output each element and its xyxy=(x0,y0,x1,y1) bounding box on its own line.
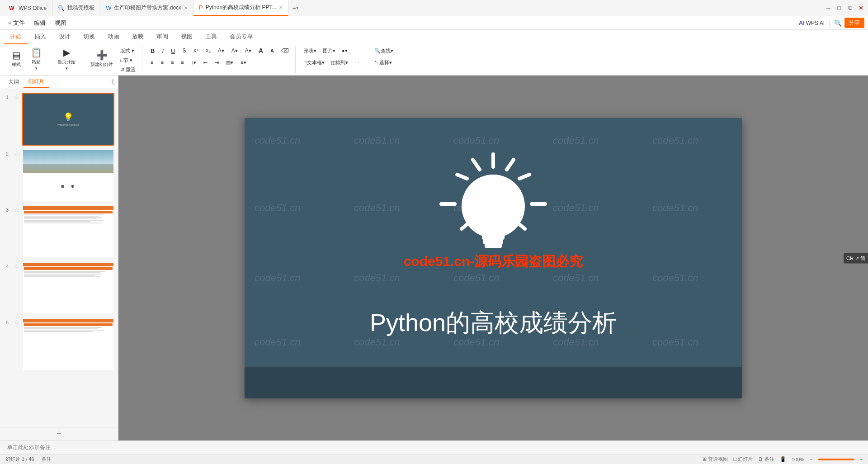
font-size-decrease[interactable]: A xyxy=(268,46,277,55)
shape-button[interactable]: 形状▾ xyxy=(301,46,319,55)
panel-tab-slides[interactable]: 幻灯片 xyxy=(24,76,49,88)
slide-item-3[interactable]: 3 ☆ xyxy=(4,205,114,258)
share-button[interactable]: 分享 xyxy=(844,18,864,28)
tab-dropdown-icon[interactable]: ▾ xyxy=(296,5,299,11)
menu-file[interactable]: ≡ 文件 xyxy=(4,17,29,29)
font-size-increase[interactable]: A xyxy=(256,46,266,55)
search-icon[interactable]: 🔍 xyxy=(831,19,844,28)
view-slide-icon[interactable]: □ 幻灯片 xyxy=(733,456,753,463)
font-color-button[interactable]: A▾ xyxy=(215,46,227,55)
align-center-button[interactable]: ≡ xyxy=(158,58,166,67)
slide-star-5[interactable]: ☆ xyxy=(14,318,19,326)
clear-format-button[interactable]: ⌫ xyxy=(278,46,292,55)
arrange-button[interactable]: ◫排列▾ xyxy=(328,58,351,67)
new-slide-button[interactable]: ➕ 新建幻灯片 xyxy=(88,46,116,71)
slide-thumb-1[interactable]: 💡 Python的高校成绩分析 xyxy=(22,93,114,146)
slide-canvas[interactable]: code51.cn code51.cn code51.cn code51.cn … xyxy=(245,118,742,398)
tab-wps-office[interactable]: W WPS Office xyxy=(4,0,52,16)
zoom-decrease-button[interactable]: − xyxy=(810,457,812,462)
tab-docx-close[interactable]: ✕ xyxy=(184,5,188,10)
watermark-10: code51.cn xyxy=(652,202,698,214)
ribbon-tab-start[interactable]: 开始 xyxy=(4,30,28,44)
ribbon-tab-transition[interactable]: 切换 xyxy=(77,30,101,44)
slide-thumb-4[interactable] xyxy=(22,262,114,315)
ribbon-tab-animation[interactable]: 动画 xyxy=(101,30,126,44)
view-normal-icon[interactable]: ⊞ 普通视图 xyxy=(703,456,728,463)
menu-view[interactable]: 视图 xyxy=(50,17,71,29)
ribbon-tab-review[interactable]: 审阅 xyxy=(150,30,175,44)
superscript-button[interactable]: X² xyxy=(190,46,201,55)
menu-edit[interactable]: 编辑 xyxy=(29,17,50,29)
play-dropdown[interactable]: ▾ xyxy=(66,66,68,71)
ribbon-tab-slideshow[interactable]: 放映 xyxy=(126,30,150,44)
slide-thumb-2[interactable]: 摘 要 xyxy=(22,149,114,202)
layout-button[interactable]: 版式▾ xyxy=(118,46,138,55)
align-left-button[interactable]: ≡ xyxy=(148,58,156,67)
ribbon-tab-insert[interactable]: 插入 xyxy=(28,30,52,44)
slide-star-2[interactable]: ☆ xyxy=(14,149,19,157)
slide-star-3[interactable]: ☆ xyxy=(14,205,19,213)
find-button[interactable]: 🔍查找▾ xyxy=(372,46,396,55)
strikethrough-button[interactable]: S xyxy=(179,46,189,55)
paste-button[interactable]: 📋 粘贴 ▾ xyxy=(27,46,45,71)
add-tab-button[interactable]: + ▾ xyxy=(288,5,302,12)
panel-tab-outline[interactable]: 大纲 xyxy=(4,76,24,88)
color-button[interactable]: ●▾ xyxy=(339,46,350,55)
col-button[interactable]: ▤▾ xyxy=(223,58,236,67)
textbox-button[interactable]: □文本框▾ xyxy=(301,58,327,67)
justify-button[interactable]: ≡ xyxy=(178,58,186,67)
slide-thumb-5[interactable] xyxy=(22,318,114,371)
slide-item-5[interactable]: 5 ☆ xyxy=(4,318,114,371)
bold-button[interactable]: B xyxy=(148,46,157,55)
ribbon-tab-view[interactable]: 视图 xyxy=(175,30,199,44)
panel-collapse-button[interactable]: 《 xyxy=(108,78,114,86)
section-button[interactable]: □节▾ xyxy=(118,56,138,65)
tab-docx[interactable]: W 生产印模图片替换方案.docx ✕ xyxy=(100,0,193,16)
zoom-slider[interactable] xyxy=(818,459,854,460)
ribbon-group-newslide: ➕ 新建幻灯片 版式▾ □节▾ ↺ 重置 xyxy=(84,46,142,73)
view-handheld-icon[interactable]: 📱 xyxy=(780,456,786,462)
minimize-button[interactable]: ─ xyxy=(825,5,832,12)
ribbon-tab-tools[interactable]: 工具 xyxy=(199,30,223,44)
slide-item-4[interactable]: 4 ☆ xyxy=(4,262,114,315)
tab-ppt-close[interactable]: ✕ xyxy=(279,5,283,10)
maximize-button[interactable]: ⧉ xyxy=(846,5,854,12)
watermark-16: code51.cn xyxy=(255,336,301,348)
slide-main-title[interactable]: Python的高校成绩分析 xyxy=(370,307,617,340)
tab-template[interactable]: 🔍 找稿壳模板 xyxy=(52,0,100,16)
ribbon-tab-design[interactable]: 设计 xyxy=(52,30,77,44)
add-slide-button[interactable]: + xyxy=(0,427,118,440)
image-button[interactable]: 图片▾ xyxy=(320,46,338,55)
align-right-button[interactable]: ≡ xyxy=(168,58,176,67)
style-label: 样式 xyxy=(12,62,21,68)
status-right: ⊞ 普通视图 □ 幻灯片 🗒 备注 📱 100% − + xyxy=(703,456,863,463)
list-button[interactable]: ≡▾ xyxy=(238,58,249,67)
select-button[interactable]: ↖选择▾ xyxy=(372,58,395,67)
play-button[interactable]: ▶ 当页开始 ▾ xyxy=(55,46,78,71)
slide-thumb-3[interactable] xyxy=(22,205,114,258)
italic-button[interactable]: I xyxy=(159,46,166,55)
slide-item-2[interactable]: 2 ☆ 摘 要 xyxy=(4,149,114,202)
highlight-button[interactable]: A▾ xyxy=(229,46,241,55)
slide-star-4[interactable]: ☆ xyxy=(14,262,19,270)
view-notes-icon[interactable]: 🗒 备注 xyxy=(758,456,774,463)
style-button[interactable]: ▤ 样式 xyxy=(7,46,25,71)
subscript-button[interactable]: X₂ xyxy=(203,46,213,55)
notes-bar[interactable]: 单击此处添加备注 xyxy=(0,440,868,454)
indent-left-button[interactable]: ⇤ xyxy=(201,58,210,67)
close-button[interactable]: ✕ xyxy=(857,5,864,12)
ribbon-tab-vip[interactable]: 会员专享 xyxy=(223,30,259,44)
restore-button[interactable]: □ xyxy=(835,5,843,12)
wps-ai-button[interactable]: AI WPS AI xyxy=(796,19,827,27)
indent-right-button[interactable]: ⇥ xyxy=(212,58,222,67)
shadow-button[interactable]: A▾ xyxy=(242,46,254,55)
tab-ppt[interactable]: P Python的高校成绩分析 PPT... ✕ xyxy=(193,0,288,16)
more-button[interactable]: ⋯ xyxy=(352,58,362,67)
underline-button[interactable]: U xyxy=(168,46,178,55)
paste-dropdown[interactable]: ▾ xyxy=(35,66,38,71)
zoom-increase-button[interactable]: + xyxy=(860,457,863,462)
line-spacing-button[interactable]: ↕▾ xyxy=(189,58,199,67)
reset-button[interactable]: ↺ 重置 xyxy=(118,65,138,74)
slide-star-1[interactable]: ☆ xyxy=(14,93,19,101)
slide-item-1[interactable]: 1 ☆ 💡 Python的高校成绩分析 xyxy=(4,93,114,146)
